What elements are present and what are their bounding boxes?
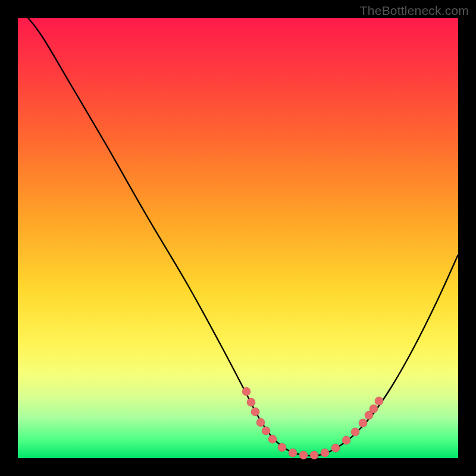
sample-dot [268,435,277,443]
sample-dot [299,451,308,459]
sample-dot [310,451,318,459]
watermark-text: TheBottleneck.com [360,4,469,18]
sample-dot [331,444,340,452]
sample-dot [242,387,250,396]
sample-dots-group [242,387,383,459]
sample-dot [342,436,350,444]
sample-dot [262,427,270,435]
chart-svg [18,18,458,458]
sample-dot [351,428,359,436]
sample-dot [369,405,378,413]
bottleneck-curve [25,14,458,456]
sample-dot [247,398,255,406]
sample-dot [256,418,265,427]
sample-dot [278,443,286,452]
chart-frame: TheBottleneck.com [0,0,476,476]
sample-dot [251,408,259,416]
sample-dot [375,397,383,405]
sample-dot [289,449,297,457]
sample-dot [321,449,329,457]
sample-dot [359,419,367,427]
